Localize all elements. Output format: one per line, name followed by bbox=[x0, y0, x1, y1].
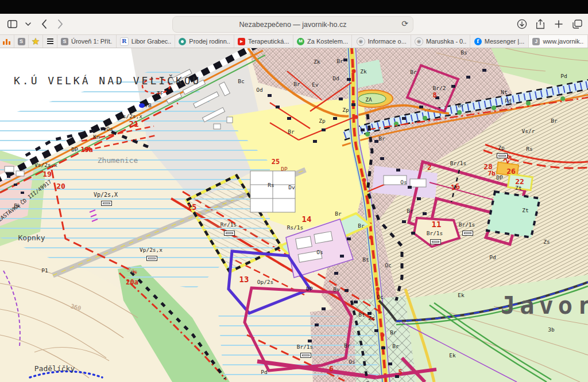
map-label: Br bbox=[390, 330, 396, 336]
youtube-favicon bbox=[238, 38, 245, 45]
map-label: Bs bbox=[461, 50, 467, 56]
map-label: Br bbox=[410, 69, 416, 75]
map-label: Br bbox=[407, 208, 413, 214]
globe-favicon bbox=[415, 37, 423, 46]
map-label: P1 bbox=[41, 268, 48, 274]
map-label: ZA bbox=[365, 97, 372, 103]
green-ring-favicon bbox=[179, 38, 186, 45]
browser-tab[interactable]: Libor Grabec... bbox=[117, 35, 176, 48]
tab-title: Messenger |... bbox=[485, 38, 525, 45]
sidebar-panel-icon[interactable] bbox=[5, 17, 20, 31]
map-label: DP bbox=[281, 166, 287, 172]
pinned-tab[interactable] bbox=[0, 35, 14, 48]
map-label: Bt bbox=[362, 257, 369, 263]
map-label: Pd bbox=[505, 98, 511, 104]
tab-title: Libor Grabec... bbox=[131, 38, 172, 45]
browser-tab[interactable]: Terapeutická... bbox=[234, 35, 293, 48]
macos-menubar-strip bbox=[0, 0, 588, 14]
map-label: Op/2s bbox=[257, 279, 274, 285]
facebook-favicon bbox=[474, 38, 482, 45]
browser-tab[interactable]: www.javornik... bbox=[529, 35, 588, 48]
map-label: 25 bbox=[272, 158, 280, 165]
map-label: Dd bbox=[332, 76, 339, 81]
map-label: Pd bbox=[489, 255, 496, 260]
globe-favicon bbox=[357, 37, 365, 46]
map-label: 15 bbox=[187, 203, 197, 211]
chevron-down-icon[interactable] bbox=[21, 17, 36, 31]
tab-title: Marushka - 0... bbox=[426, 38, 466, 45]
map-label: Pd bbox=[261, 369, 267, 375]
browser-tab[interactable]: Informace o... bbox=[352, 35, 411, 48]
mapy-m-favicon bbox=[297, 38, 304, 45]
zone-code-box bbox=[462, 231, 473, 236]
zoning-map-graphic bbox=[0, 48, 588, 382]
tab-title: Terapeutická... bbox=[248, 38, 289, 45]
map-label: Os bbox=[106, 126, 113, 132]
reload-icon[interactable]: ⟳ bbox=[401, 19, 408, 28]
map-label: Zt bbox=[515, 185, 521, 191]
map-label: Br/1s bbox=[459, 222, 475, 228]
map-label: 2 bbox=[427, 163, 432, 171]
tab-title: Prodej rodinn... bbox=[189, 38, 230, 45]
back-icon[interactable] bbox=[37, 17, 52, 31]
forward-icon[interactable] bbox=[53, 17, 68, 31]
map-label: 22 bbox=[515, 178, 524, 185]
map-label: Bc bbox=[238, 79, 244, 84]
map-label: 7B bbox=[145, 103, 151, 108]
map-label: Bt bbox=[358, 312, 365, 318]
browser-tab[interactable]: Marushka - 0... bbox=[411, 35, 470, 48]
map-label: Oc bbox=[385, 263, 391, 268]
zone-code-box bbox=[300, 353, 311, 358]
map-label: Zk bbox=[360, 69, 366, 75]
map-label: Od bbox=[256, 87, 262, 93]
map-label: 13 bbox=[239, 275, 249, 283]
station-marker-dot bbox=[139, 103, 145, 108]
map-label: Vp/2s,x bbox=[140, 247, 163, 253]
map-label: Dv bbox=[288, 185, 295, 190]
map-label: Kopnky bbox=[18, 234, 45, 241]
zone-code-box bbox=[224, 231, 235, 236]
map-label: Br bbox=[551, 118, 557, 124]
map-label: Br bbox=[344, 343, 350, 349]
map-label: Rr/1s bbox=[220, 222, 237, 228]
browser-tab[interactable]: Prodej rodinn... bbox=[175, 35, 234, 48]
map-label: 7b bbox=[488, 170, 495, 177]
map-label: Vs/2s,x bbox=[34, 162, 57, 168]
map-label: 19a bbox=[80, 146, 93, 153]
map-label: Ek bbox=[449, 353, 455, 358]
browser-tab[interactable]: Za Kostelem... bbox=[293, 35, 353, 48]
map-label: Zc bbox=[368, 315, 374, 321]
safari-toolbar: Nezabezpečeno — javornik-ho.cz ⟳ bbox=[0, 14, 588, 35]
s-badge bbox=[18, 38, 25, 45]
map-label: DP bbox=[71, 147, 78, 153]
star-icon bbox=[32, 38, 40, 45]
map-label: Zk bbox=[314, 59, 320, 65]
browser-tab[interactable]: Messenger |... bbox=[470, 35, 529, 48]
pinned-tab[interactable] bbox=[14, 35, 29, 48]
tab-bar: Úroveň 1: Přít...Libor Grabec...Prodej r… bbox=[0, 35, 588, 48]
map-label: Os bbox=[316, 250, 323, 255]
map-label: Br/1s bbox=[450, 161, 467, 166]
zoning-map-viewport[interactable]: K.Ú VELKÁ NAD VELIČKOUZASTÁVKA ČD III/49… bbox=[0, 48, 588, 382]
download-icon[interactable] bbox=[514, 17, 529, 31]
map-label: Oc bbox=[377, 294, 383, 300]
map-label: DP bbox=[306, 286, 312, 292]
map-label: K.Ú VELKÁ NAD VELIČKOU bbox=[14, 76, 201, 86]
map-label: 5 bbox=[398, 369, 402, 376]
map-label: Pd bbox=[560, 73, 567, 79]
map-label: Br bbox=[335, 211, 341, 217]
doc-logo-icon bbox=[47, 38, 53, 45]
pinned-tab[interactable] bbox=[29, 35, 43, 48]
tab-overview-icon[interactable] bbox=[570, 17, 585, 31]
map-label: 3b bbox=[548, 327, 554, 333]
share-icon[interactable] bbox=[533, 17, 548, 31]
map-label: 16 bbox=[450, 182, 461, 192]
pinned-tab[interactable] bbox=[43, 35, 57, 48]
browser-tab[interactable]: Úroveň 1: Přít... bbox=[57, 35, 117, 48]
address-bar[interactable]: Nezabezpečeno — javornik-ho.cz ⟳ bbox=[172, 16, 413, 33]
new-tab-icon[interactable] bbox=[551, 17, 566, 31]
zone-code-box bbox=[430, 239, 441, 244]
map-label: Br bbox=[288, 129, 294, 135]
map-label: Zhumenice bbox=[98, 157, 138, 164]
map-label: Os bbox=[400, 180, 407, 185]
